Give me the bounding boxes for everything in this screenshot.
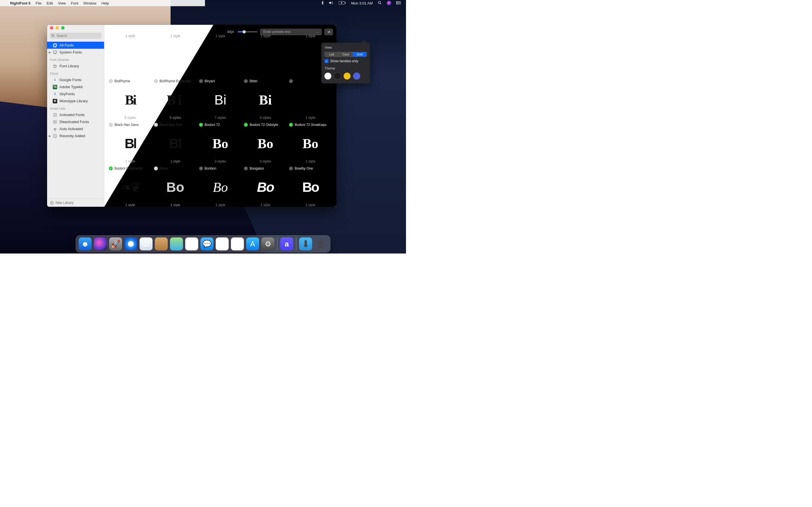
siri-icon[interactable] <box>387 1 391 5</box>
font-preview: Bo <box>153 171 198 203</box>
font-name: Biryani <box>205 79 215 83</box>
inactive-badge-icon: ✓ <box>244 166 248 170</box>
font-card[interactable]: ✓Bodoni 72 SmallcapsBo1 style <box>288 121 333 165</box>
app-name[interactable]: RightFont 5 <box>10 1 31 5</box>
view-mode-segmented[interactable]: List Card Grid <box>324 52 367 57</box>
theme-swatch[interactable] <box>344 73 350 79</box>
view-options-button[interactable]: AAAA <box>324 29 333 35</box>
segment-grid[interactable]: Grid <box>353 52 366 57</box>
dock-app-downloads[interactable]: ⬇ <box>299 237 312 250</box>
volume-icon[interactable] <box>329 1 334 5</box>
bluetooth-icon[interactable] <box>321 1 324 6</box>
sidebar-item-adobe-typekit[interactable]: Tk Adobe Typekit <box>47 83 104 91</box>
font-card[interactable]: ✓Bodoni 72 OldstyleBo3 styles <box>243 121 288 165</box>
inactive-badge-icon: ✓ <box>289 166 293 170</box>
menu-help[interactable]: Help <box>101 1 109 5</box>
font-card[interactable]: ✓BokorBo1 style <box>153 165 198 207</box>
dock-app-messages[interactable]: 💬 <box>200 237 213 250</box>
dock-app-maps[interactable] <box>170 237 183 250</box>
font-style-count: 5 styles <box>108 116 153 121</box>
sidebar-item-label: Auto Activated <box>59 127 83 131</box>
theme-swatch[interactable] <box>324 73 331 79</box>
dock-app-preferences[interactable]: ⚙ <box>261 237 274 250</box>
sidebar-item-label: Deactivated Fonts <box>59 120 89 124</box>
dock-app-contacts[interactable] <box>155 237 168 250</box>
sidebar-item-deactivated[interactable]: Deactivated Fonts <box>47 118 104 125</box>
font-card[interactable]: ✓1 style <box>288 78 333 121</box>
font-card[interactable]: ✓Black Ops OneBl1 style <box>153 121 198 165</box>
minimize-button[interactable] <box>56 26 59 30</box>
slider-handle[interactable] <box>243 30 246 34</box>
size-slider[interactable] <box>238 31 257 33</box>
checkbox-checked-icon: ✓ <box>324 59 328 63</box>
font-preview: ❧❦ <box>108 171 153 203</box>
toolbar: 44pt Enter preview text ⌄ AAAA <box>104 25 336 39</box>
spotlight-icon[interactable] <box>378 1 382 6</box>
zoom-button[interactable] <box>61 26 64 30</box>
font-card[interactable]: ✓BiryaniBi7 styles <box>198 78 243 121</box>
section-header-smartlists: Smart Lists <box>47 106 104 111</box>
show-families-only-toggle[interactable]: ✓ Show families only <box>324 59 367 63</box>
sidebar-item-all-fonts[interactable]: All Fonts <box>47 42 104 49</box>
font-card[interactable]: ✓Bodoni 72Bo3 styles <box>198 121 243 165</box>
font-card[interactable]: ✓Black Han SansBl1 style <box>108 121 153 165</box>
tag-icon <box>53 113 57 117</box>
dock-app-siri[interactable] <box>94 237 107 250</box>
font-style-count: 1 style <box>108 159 153 165</box>
skyfonts-icon: S <box>53 92 57 96</box>
sidebar-item-skyfonts[interactable]: S SkyFonts <box>47 91 104 98</box>
dock-app-launchpad[interactable]: 🚀 <box>109 237 122 250</box>
font-name: Bodoni 72 Smallcaps <box>295 123 326 127</box>
dock-app-news[interactable]: N <box>216 237 229 250</box>
menu-view[interactable]: View <box>58 1 66 5</box>
sidebar-item-system-fonts[interactable]: ▶ System Fonts <box>47 49 104 56</box>
notification-center-icon[interactable] <box>396 1 401 5</box>
dock-app-rightfont[interactable]: a <box>280 237 293 250</box>
theme-swatch[interactable] <box>334 73 341 79</box>
sidebar-item-google-fonts[interactable]: G Google Fonts <box>47 76 104 83</box>
new-library-button[interactable]: + New Library <box>47 198 104 207</box>
font-preview: Bi <box>198 84 243 116</box>
inactive-badge-icon: ✓ <box>154 166 158 170</box>
close-button[interactable] <box>50 26 53 30</box>
menu-font[interactable]: Font <box>71 1 79 5</box>
menu-file[interactable]: File <box>36 1 42 5</box>
font-card[interactable]: ✓BonbonBo1 style <box>198 165 243 207</box>
font-card[interactable]: ✓BoogalooBo1 style <box>243 165 288 207</box>
font-card[interactable]: ✓BioRhymeBi5 styles <box>108 78 153 121</box>
dock-app-finder[interactable]: ☻ <box>79 237 92 250</box>
segment-card[interactable]: Card <box>339 52 353 57</box>
font-card[interactable]: ✓Bowlby OneBo1 style <box>288 165 333 207</box>
theme-swatch[interactable] <box>353 73 360 79</box>
sidebar-item-monotype[interactable]: M Monotype Library <box>47 98 104 105</box>
dock-app-photos[interactable]: ✿ <box>185 237 198 250</box>
dock-app-mail[interactable]: 🖃 <box>140 237 153 250</box>
menu-window[interactable]: Window <box>84 1 96 5</box>
dock-app-trash[interactable]: 🗑 <box>314 237 327 250</box>
search-input[interactable] <box>50 33 101 39</box>
sidebar-item-label: Google Fonts <box>59 78 82 82</box>
dock-app-appstore[interactable]: A <box>246 237 259 250</box>
menu-edit[interactable]: Edit <box>47 1 53 5</box>
font-card[interactable]: ✓Bodoni Ornaments❧❦1 style <box>108 165 153 207</box>
preview-text-input[interactable]: Enter preview text ⌄ <box>260 29 322 35</box>
sidebar-item-label: Recently Added <box>59 134 85 138</box>
sidebar-item-font-library[interactable]: Font Library <box>47 62 104 69</box>
segment-list[interactable]: List <box>325 52 339 57</box>
view-options-popover: View List Card Grid ✓ Show families only… <box>321 43 370 83</box>
menubar: RightFont 5 File Edit View Font Window H… <box>0 0 406 6</box>
inactive-badge-icon: ✓ <box>199 79 203 83</box>
dock-app-safari[interactable] <box>124 237 137 250</box>
font-name: Bitter <box>250 79 257 83</box>
font-card[interactable]: ✓BioRhyme ExpandedBi5 styles <box>153 78 198 121</box>
inactive-badge-icon: ✓ <box>109 79 113 83</box>
dock-app-music[interactable]: ♫ <box>231 237 244 250</box>
battery-icon[interactable] <box>339 1 346 5</box>
font-card[interactable]: ✓BitterBi3 styles <box>243 78 288 121</box>
font-preview: Bo <box>288 128 333 159</box>
sidebar-item-activated[interactable]: Activated Fonts <box>47 111 104 118</box>
clock[interactable]: Mon 3:01 AM <box>351 1 373 5</box>
sidebar-item-recently-added[interactable]: ▶ Recently Added <box>47 132 104 139</box>
sidebar-item-auto-activated[interactable]: Auto Activated <box>47 125 104 132</box>
svg-point-7 <box>396 1 397 2</box>
